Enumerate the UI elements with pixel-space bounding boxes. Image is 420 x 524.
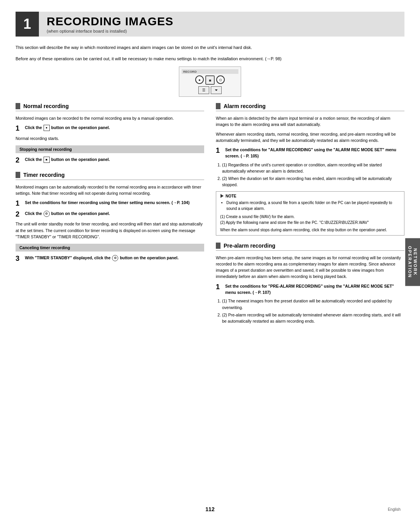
normal-recording-body: Monitored images can be recorded to the …	[16, 115, 204, 121]
normal-step1-content: Click the ● button on the operation pane…	[25, 124, 204, 131]
mock-record-btn: ●	[195, 75, 204, 84]
timer-step1-content: Set the conditions for timer recording u…	[25, 199, 204, 206]
prealarm-list: (1) The newest images from the preset du…	[222, 298, 404, 324]
intro-para1: This section will describe the way in wh…	[16, 44, 404, 51]
prealarm-recording-bar	[216, 243, 220, 249]
alarm-note-bullet1: During alarm recording, a sound file fro…	[226, 200, 400, 211]
timer-step2: 2 Click the ⊙ button on the operation pa…	[16, 210, 204, 219]
prealarm-step1: 1 Set the conditions for "PRE-ALARM RECO…	[216, 283, 404, 296]
alarm-list-item2: (2) When the duration set for alarm reco…	[222, 175, 404, 188]
chapter-title: RECORDING IMAGES	[47, 15, 173, 28]
timer-step3-number: 3	[16, 255, 22, 263]
side-tab-line2: OPERATION	[408, 246, 412, 278]
alarm-recording-header: Alarm recording	[216, 103, 404, 111]
stop-icon: ■	[44, 157, 50, 163]
chapter-title-block: RECORDING IMAGES (when optional interfac…	[39, 12, 181, 37]
timer-recording-bar	[16, 172, 20, 178]
normal-after-step1: Normal recording starts.	[16, 135, 204, 141]
chapter-number: 1	[16, 12, 39, 37]
intro-para2: Before any of these operations can be ca…	[16, 56, 404, 62]
canceling-timer-subheading: Canceling timer recording	[16, 244, 204, 252]
prealarm-recording-section: Pre-alarm recording When pre-alarm recor…	[216, 243, 404, 325]
prealarm-recording-header: Pre-alarm recording	[216, 243, 404, 251]
alarm-list-item1: (1) Regardless of the unit's current ope…	[222, 162, 404, 175]
alarm-note-bullets: During alarm recording, a sound file fro…	[226, 200, 400, 211]
prealarm-list-item2: (2) Pre-alarm recording will be automati…	[222, 312, 404, 325]
mock-timer-btn: ⊙	[216, 75, 225, 84]
timer-icon2: ⊙	[112, 255, 118, 261]
prealarm-recording-title: Pre-alarm recording	[224, 243, 275, 249]
page-footer: 112 English	[0, 506, 420, 512]
mock-bottom-row: ☰ ⏷	[182, 86, 238, 94]
timer-recording-section: Timer recording Monitored images can be …	[16, 172, 204, 263]
alarm-note-box: NOTE During alarm recording, a sound fil…	[216, 191, 404, 236]
timer-step1: 1 Set the conditions for timer recording…	[16, 199, 204, 208]
mock-bottom-btn2: ⏷	[211, 86, 222, 94]
chapter-header: 1 RECORDING IMAGES (when optional interf…	[16, 12, 404, 37]
chapter-subtitle: (when optional interface board is instal…	[47, 29, 173, 33]
mock-bottom-btn1: ☰	[198, 86, 209, 94]
alarm-list: (1) Regardless of the unit's current ope…	[222, 162, 404, 188]
page-number: 112	[205, 506, 214, 512]
side-tab-line1: NETWORK	[413, 248, 418, 276]
alarm-step1: 1 Set the conditions for "ALARM RECORDIN…	[216, 147, 404, 159]
side-tab: NETWORK OPERATION	[405, 238, 420, 286]
timer-step1-number: 1	[16, 199, 22, 208]
normal-recording-bar	[16, 103, 20, 109]
alarm-note-item1: (1) Create a sound file (WAV) for the al…	[220, 214, 400, 220]
timer-step2-content: Click the ⊙ button on the operation pane…	[25, 210, 204, 217]
mock-buttons-row: ● ■ ⊙	[182, 75, 238, 85]
alarm-recording-section: Alarm recording When an alarm is detecte…	[216, 103, 404, 236]
normal-step1: 1 Click the ● button on the operation pa…	[16, 124, 204, 133]
prealarm-step1-content: Set the conditions for "PRE-ALARM RECORD…	[225, 283, 404, 296]
content-area: Normal recording Monitored images can be…	[16, 103, 404, 331]
alarm-recording-title: Alarm recording	[224, 103, 266, 109]
timer-recording-body: Monitored images can be automatically re…	[16, 184, 204, 197]
record-icon: ●	[44, 125, 50, 131]
right-column: Alarm recording When an alarm is detecte…	[216, 103, 404, 331]
timer-step3: 3 With "TIMER STANDBY" displayed, click …	[16, 255, 204, 263]
timer-recording-header: Timer recording	[16, 172, 204, 180]
alarm-step1-content: Set the conditions for "ALARM RECORDING"…	[225, 147, 404, 159]
alarm-recording-bar	[216, 103, 220, 109]
device-image-mockup: RECORD ● ■ ⊙ ☰ ⏷	[179, 66, 241, 97]
normal-recording-title: Normal recording	[23, 103, 69, 109]
left-column: Normal recording Monitored images can be…	[16, 103, 204, 331]
timer-icon: ⊙	[44, 211, 50, 217]
alarm-note-body-after: When the alarm sound stops during alarm …	[220, 227, 400, 233]
alarm-note-item2: (2) Apply the following name and store t…	[220, 220, 400, 225]
prealarm-list-item1: (1) The newest images from the preset du…	[222, 298, 404, 311]
alarm-step1-text: Set the conditions for "ALARM RECORDING"…	[225, 147, 396, 158]
prealarm-body1: When pre-alarm recording has been setup,…	[216, 255, 404, 280]
page: 1 RECORDING IMAGES (when optional interf…	[0, 0, 420, 524]
timer-step1-text: Set the conditions for timer recording u…	[25, 200, 189, 205]
alarm-note-header: NOTE	[220, 194, 400, 198]
prealarm-step1-number: 1	[216, 283, 222, 292]
alarm-step1-number: 1	[216, 147, 222, 155]
timer-after-step2: The unit will enter standby mode for tim…	[16, 221, 204, 240]
note-triangle-icon	[220, 194, 224, 198]
timer-step2-number: 2	[16, 210, 22, 219]
timer-step3-text: With "TIMER STANDBY" displayed, click th…	[25, 255, 178, 260]
normal-step1-number: 1	[16, 124, 22, 133]
timer-step3-content: With "TIMER STANDBY" displayed, click th…	[25, 255, 204, 261]
alarm-body1: When an alarm is detected by the alarm i…	[216, 115, 404, 128]
normal-step1-text: Click the ● button on the operation pane…	[25, 125, 110, 130]
normal-recording-header: Normal recording	[16, 103, 204, 111]
alarm-body2: Whenever alarm recording starts, normal …	[216, 131, 404, 144]
prealarm-step1-text: Set the conditions for "PRE-ALARM RECORD…	[225, 284, 394, 295]
mock-stop-btn: ■	[205, 75, 215, 85]
timer-step2-text: Click the ⊙ button on the operation pane…	[25, 211, 110, 216]
normal-step2-content: Click the ■ button on the operation pane…	[25, 156, 204, 163]
normal-step2-number: 2	[16, 156, 22, 165]
mock-top-bar: RECORD	[182, 69, 238, 74]
stopping-normal-subheading: Stopping normal recording	[16, 145, 204, 153]
normal-step2: 2 Click the ■ button on the operation pa…	[16, 156, 204, 165]
normal-recording-section: Normal recording Monitored images can be…	[16, 103, 204, 165]
footer-language: English	[388, 507, 401, 512]
normal-step2-text: Click the ■ button on the operation pane…	[25, 157, 110, 162]
timer-recording-title: Timer recording	[23, 172, 65, 178]
